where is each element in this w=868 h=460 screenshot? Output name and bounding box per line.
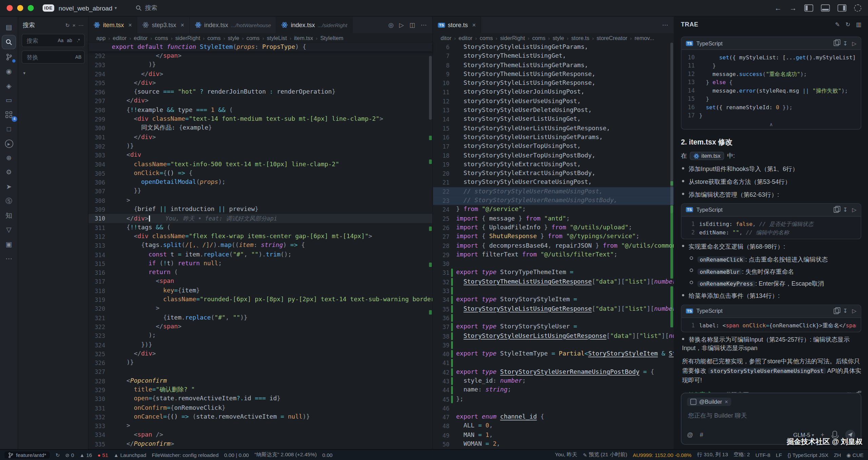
errors[interactable]: ⊘0 bbox=[65, 452, 74, 458]
microphone-icon[interactable] bbox=[833, 431, 837, 437]
code-line[interactable]: 307 }} bbox=[88, 187, 432, 196]
explorer-icon[interactable]: ▤ bbox=[2, 20, 16, 34]
breadcrumb-item[interactable]: siderRight bbox=[500, 35, 525, 41]
code-line[interactable]: 302 )} bbox=[88, 142, 432, 151]
run-icon[interactable]: ▶ bbox=[2, 136, 16, 151]
breadcrumb-item[interactable]: item.tsx bbox=[294, 35, 313, 41]
breadcrumb-item[interactable]: styleList bbox=[267, 35, 287, 41]
source-control-icon[interactable] bbox=[2, 50, 16, 64]
code-line[interactable]: 303 <div bbox=[88, 151, 432, 160]
code-line[interactable]: 10 set({ myStyleList: [...get().myStyleL… bbox=[686, 53, 856, 61]
code-line[interactable]: 12 message.success("重命名成功"); bbox=[686, 70, 856, 78]
code-line[interactable]: 41 bbox=[433, 359, 674, 368]
code-line[interactable]: 292 </span> bbox=[88, 52, 432, 61]
code-line[interactable]: 23 // StoryStoryStyleUserRenameUsingPost… bbox=[433, 196, 674, 205]
close-icon[interactable]: × bbox=[129, 22, 132, 28]
code-line[interactable]: 333 > bbox=[88, 422, 432, 431]
breadcrumb-item[interactable]: siderRight bbox=[175, 35, 200, 41]
code-line[interactable]: 325 </div> bbox=[88, 349, 432, 359]
breadcrumb-item[interactable]: store.ts bbox=[571, 35, 590, 41]
code-line[interactable]: 331 onConfirm={onRemoveClick} bbox=[88, 404, 432, 413]
code-line[interactable]: 44 name: string; bbox=[433, 386, 674, 395]
breadcrumb-item[interactable]: storeCreator bbox=[596, 35, 627, 41]
code-line[interactable]: 310 </div>You, 昨天 • feat: 调试好文风部分api bbox=[88, 214, 432, 223]
apply-code-icon[interactable]: ▷ bbox=[852, 308, 856, 314]
blame[interactable]: You, 昨天 bbox=[555, 452, 577, 459]
code-line[interactable]: 48 ALL = 0, bbox=[433, 422, 674, 431]
code-line[interactable]: 11 } bbox=[686, 61, 856, 70]
code-line[interactable]: 13 } else { bbox=[686, 78, 856, 86]
gold-ticker[interactable]: AU9999: 1152.00 -0.08% bbox=[633, 452, 691, 458]
code-line[interactable]: 28import { decompressBase64, repairJSON … bbox=[433, 241, 674, 250]
panel-layout-icon[interactable]: ▥ bbox=[856, 21, 861, 28]
tab-store-ts[interactable]: TS store.ts × bbox=[433, 17, 481, 33]
code-line[interactable]: 8 StoryStoryThemeListUsingGetParams, bbox=[433, 61, 674, 70]
apply-code-icon[interactable]: ▷ bbox=[852, 207, 856, 213]
code-line[interactable]: 37export type StoryStoryStyleUser = bbox=[433, 323, 674, 332]
maximize-window-button[interactable] bbox=[28, 5, 34, 11]
compare-changes-icon[interactable]: ◎ bbox=[388, 21, 394, 28]
fund-ticker-2[interactable]: 0.00 bbox=[322, 452, 333, 458]
close-icon[interactable]: × bbox=[725, 399, 728, 405]
code-line[interactable]: 300 同文风作品: {example} bbox=[88, 124, 432, 133]
copy-response-icon[interactable] bbox=[856, 392, 862, 392]
code-line[interactable]: 45}; bbox=[433, 395, 674, 404]
code-line[interactable]: 319 className="rounded-[6px] px-[8px] py… bbox=[88, 295, 432, 304]
code-line[interactable]: 309 {brief || introduction || preview} bbox=[88, 205, 432, 214]
code-line[interactable]: 47export enum channel_id { bbox=[433, 413, 674, 422]
code-line[interactable]: 14 message.error(styleReq.msg || "操作失败")… bbox=[686, 87, 856, 95]
code-line[interactable]: 18 StoryStoryStyleUserTopUsingPostBody, bbox=[433, 151, 674, 160]
code-line[interactable]: 9 StoryStoryThemeListUsingGetResponse, bbox=[433, 70, 674, 79]
breadcrumb-item[interactable]: coms bbox=[246, 35, 260, 41]
more-actions-icon[interactable]: ⋯ bbox=[421, 21, 427, 28]
code-line[interactable]: 312 <div className="flex flex-wrap items… bbox=[88, 232, 432, 241]
code-line[interactable]: 323 ); bbox=[88, 331, 432, 341]
code-line[interactable]: 31export type StoryTypeThemeItem = bbox=[433, 268, 674, 277]
tools-icon[interactable]: ⚙ bbox=[2, 165, 16, 179]
code-line[interactable]: 43 style_id: number; bbox=[433, 377, 674, 386]
code-line[interactable]: 298 {!!example && type === 1 && ( bbox=[88, 106, 432, 115]
code-line[interactable]: 305 onClick={() => { bbox=[88, 169, 432, 178]
code-line[interactable]: 324 })} bbox=[88, 340, 432, 349]
file-chip[interactable]: item.tsx bbox=[690, 152, 724, 160]
code-line[interactable]: 320 > bbox=[88, 304, 432, 313]
stock-ticker[interactable]: "纳斯达克" 2.008 (+2.45%) bbox=[254, 452, 317, 459]
code-line[interactable]: 296 {source === "hot" ? renderJoinButton… bbox=[88, 88, 432, 97]
code-line[interactable]: 1isEditing: false, // 是否处于编辑状态 bbox=[686, 220, 856, 228]
code-line[interactable]: 32 StoryStoryThemeListUsingGetResponse["… bbox=[433, 277, 674, 286]
flask-icon[interactable]: ▽ bbox=[2, 223, 16, 237]
more-tools-icon[interactable]: ⋯ bbox=[2, 251, 16, 266]
code-line[interactable]: 20 StoryStoryStyleExtractUsingPostBody, bbox=[433, 169, 674, 178]
chat-placeholder[interactable]: 您正在与 Builder 聊天 bbox=[688, 411, 854, 420]
back-button[interactable]: ← bbox=[774, 4, 782, 12]
project-selector[interactable]: novel_web_abroad ▾ bbox=[59, 5, 117, 12]
more-actions-icon[interactable]: ⋯ bbox=[662, 21, 668, 28]
cue[interactable]: ◉CUE bbox=[846, 452, 863, 458]
code-line[interactable]: 6 StoryStoryStyleListUsingGetParams, bbox=[433, 43, 674, 52]
code-line[interactable]: 11 storyStoryStyleUserJoinUsingPost, bbox=[433, 88, 674, 97]
breadcrumb-item[interactable]: app bbox=[96, 35, 105, 41]
code-line[interactable]: 40export type StyleItemType = Partial<St… bbox=[433, 349, 674, 359]
breadcrumb-item[interactable]: style bbox=[553, 35, 564, 41]
breadcrumb-item[interactable]: coms bbox=[155, 35, 168, 41]
breadcrumb-item[interactable]: editor bbox=[459, 35, 473, 41]
code-line[interactable]: 50 WOMAN = 2, bbox=[433, 440, 674, 449]
copy-icon[interactable] bbox=[834, 207, 839, 212]
code-line[interactable]: 295 </div> bbox=[88, 79, 432, 88]
code-line[interactable]: 311 {!!tags && ( bbox=[88, 223, 432, 232]
panel-icon[interactable]: □ bbox=[2, 122, 16, 136]
code-line[interactable]: 29import filterText from "@/utils/filter… bbox=[433, 250, 674, 260]
close-icon[interactable]: × bbox=[181, 22, 184, 28]
extensions-icon[interactable]: 4 bbox=[2, 108, 16, 122]
close-icon[interactable]: × bbox=[472, 22, 476, 28]
send-icon[interactable]: ➤ bbox=[2, 179, 16, 194]
insert-code-icon[interactable]: ↧ bbox=[843, 308, 848, 314]
preserve-case-button[interactable]: AB bbox=[74, 53, 82, 61]
breadcrumb-item[interactable]: style bbox=[228, 35, 239, 41]
thumbs-down-icon[interactable] bbox=[846, 392, 851, 392]
filewatcher[interactable]: FileWatcher: config reloaded bbox=[152, 452, 219, 458]
breadcrumb-item[interactable]: StyleItem bbox=[320, 35, 343, 41]
code-line[interactable]: 21 storyStoryStyleUserCreateUsingPost, bbox=[433, 178, 674, 187]
minimize-window-button[interactable] bbox=[17, 5, 23, 11]
code-line[interactable]: 34export type StoryStoryStyleItem = bbox=[433, 295, 674, 305]
